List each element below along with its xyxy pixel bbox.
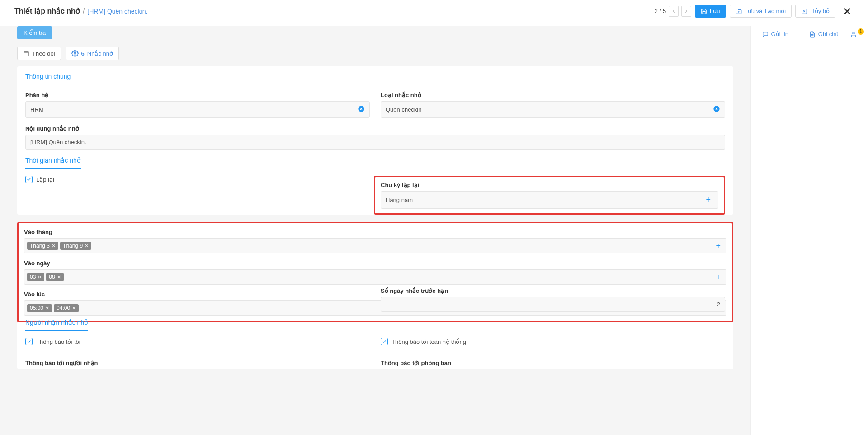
folder-plus-icon [736,8,742,14]
chip-remove-icon[interactable]: ✕ [85,243,89,249]
notify-me-label: Thông báo tới tôi [36,338,80,345]
subsystem-label: Phân hệ [25,92,370,98]
add-chip-icon[interactable]: + [713,272,723,282]
day-chips-input[interactable]: 03✕ 08✕ + [24,269,726,285]
breadcrumb-sub[interactable]: [HRM] Quên checkin. [87,8,147,15]
cycle-select[interactable]: Hàng năm + [381,191,718,209]
extra-section: Số ngày nhắc trước hạn Người nhận nhắc n… [17,322,733,369]
add-chip-icon[interactable]: + [713,241,723,251]
notify-recipient-label: Thông báo tới người nhận [25,360,370,366]
tab-note-label: Ghi chú [818,31,839,38]
save-button[interactable]: Lưu [695,5,726,18]
notify-system-checkbox-row[interactable]: Thông báo tới toàn hệ thống [381,338,725,345]
notify-dept-label: Thông báo tới phòng ban [381,360,725,366]
cycle-label: Chu kỳ lặp lại [381,182,718,188]
clear-icon[interactable] [713,105,720,114]
notify-me-checkbox-row[interactable]: Thông báo tới tôi [25,338,370,345]
breadcrumb: Thiết lập nhắc nhở / [HRM] Quên checkin. [14,7,147,15]
subsystem-value: HRM [30,106,44,113]
save-new-button-label: Lưu và Tạo mới [745,8,786,14]
page-header: Thiết lập nhắc nhở / [HRM] Quên checkin.… [0,0,868,26]
chip-remove-icon[interactable]: ✕ [38,274,42,280]
chat-icon [762,31,769,38]
day-label: Vào ngày [24,260,726,267]
content-input[interactable] [25,135,725,150]
general-section-title: Thông tin chung [25,73,71,84]
svg-rect-7 [24,51,29,56]
main-layout: Kiểm tra Theo dõi 6 Nhắc nhở Thông tin c… [0,26,868,435]
reminders-label: Nhắc nhở [87,50,113,57]
notify-system-checkbox[interactable] [381,338,388,345]
calendar-icon [23,50,29,56]
time-section-title: Thời gian nhắc nhở [25,157,81,169]
clear-icon[interactable] [358,105,365,114]
type-label: Loại nhắc nhở [381,92,725,98]
pager-prev-button[interactable] [669,6,679,17]
day-chip: 08✕ [46,273,63,281]
month-label: Vào tháng [24,229,726,235]
breadcrumb-separator: / [83,7,85,15]
content-label: Nội dung nhắc nhở [25,125,725,132]
follow-button-label: Theo dõi [32,50,55,57]
repeat-label: Lặp lại [36,176,54,183]
reminders-count: 6 [81,50,85,57]
repeat-checkbox[interactable] [25,176,33,183]
person-icon [850,31,857,38]
tab-note[interactable]: Ghi chú [800,26,849,42]
svg-point-11 [74,52,76,54]
tab-send-message[interactable]: Gửi tin [751,26,800,42]
month-chip: Tháng 9✕ [60,242,91,250]
x-square-icon [801,8,807,14]
chip-remove-icon[interactable]: ✕ [52,243,56,249]
day-chip: 03✕ [27,273,44,281]
notify-me-checkbox[interactable] [25,338,33,345]
cancel-button-label: Hủy bỏ [810,8,830,14]
cycle-add-icon[interactable]: + [703,195,713,205]
close-button[interactable] [841,5,854,18]
right-tabs: Gửi tin Ghi chú 1 [751,26,868,42]
follow-button[interactable]: Theo dõi [17,47,61,60]
save-icon [701,8,707,14]
pager-text: 2 / 5 [655,8,666,14]
gear-icon [71,50,79,57]
type-select[interactable]: Quên checkin [381,101,725,118]
svg-point-16 [853,32,855,34]
content-area: Kiểm tra Theo dõi 6 Nhắc nhở Thông tin c… [0,26,750,435]
days-before-label: Số ngày nhắc trước hạn [381,287,725,294]
days-before-input[interactable] [381,297,725,312]
pager-next-button[interactable] [681,6,691,17]
recipients-section-title: Người nhận nhắc nhở [25,319,88,331]
header-actions: 2 / 5 Lưu Lưu và Tạo mới Hủy bỏ [655,5,854,18]
save-new-button[interactable]: Lưu và Tạo mới [730,5,792,18]
breadcrumb-main: Thiết lập nhắc nhở [14,7,80,15]
tab-followers[interactable]: 1 [848,26,868,42]
right-sidebar: Gửi tin Ghi chú 1 [750,26,868,435]
followers-badge: 1 [858,28,864,35]
month-chip: Tháng 3✕ [27,242,58,250]
cancel-button[interactable]: Hủy bỏ [795,5,835,18]
type-value: Quên checkin [386,106,422,113]
notify-system-label: Thông báo tới toàn hệ thống [392,338,466,345]
save-button-label: Lưu [710,8,720,14]
repeat-checkbox-row[interactable]: Lặp lại [25,176,363,183]
record-pager: 2 / 5 [655,6,691,17]
tab-send-message-label: Gửi tin [771,31,788,38]
chip-remove-icon[interactable]: ✕ [57,274,61,280]
cycle-value: Hàng năm [386,197,413,203]
follow-toolbar: Theo dõi 6 Nhắc nhở [4,47,747,66]
test-button[interactable]: Kiểm tra [17,26,52,39]
month-chips-input[interactable]: Tháng 3✕ Tháng 9✕ + [24,238,726,253]
note-icon [809,31,816,38]
reminders-button[interactable]: 6 Nhắc nhở [66,47,119,60]
subsystem-select[interactable]: HRM [25,101,370,118]
general-section: Thông tin chung Phân hệ HRM Loại nhắc nh… [17,66,733,215]
